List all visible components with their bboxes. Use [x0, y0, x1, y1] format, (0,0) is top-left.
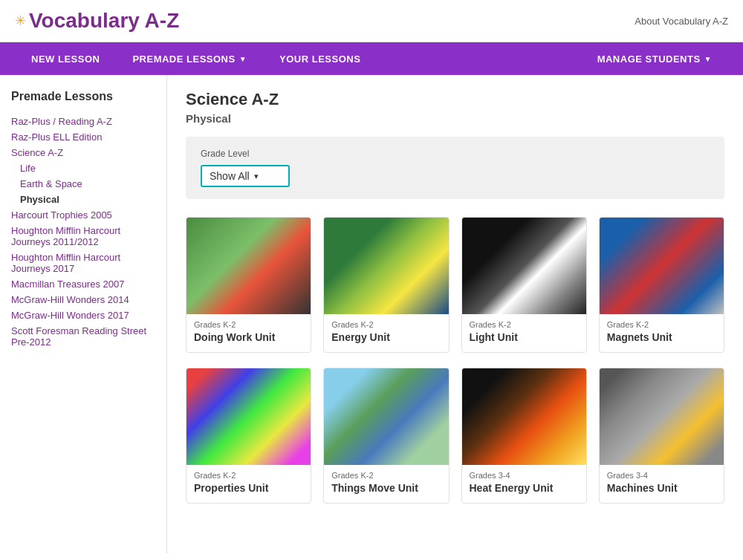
nav-your-lessons[interactable]: YOUR LESSONS	[263, 42, 377, 75]
nav-premade-lessons[interactable]: PREMADE LESSONS ▼	[116, 42, 263, 75]
card-doing-work[interactable]: Grades K-2 Doing Work Unit	[186, 217, 311, 353]
nav-new-lesson[interactable]: NEW LESSON	[15, 42, 116, 75]
card-magnets-image	[600, 218, 724, 314]
cards-row-1: Grades K-2 Doing Work Unit Grades K-2 En…	[186, 217, 724, 353]
card-doing-work-grade: Grades K-2	[194, 320, 303, 329]
sidebar-item-life[interactable]: Life	[20, 160, 155, 176]
sidebar-item-physical[interactable]: Physical	[20, 192, 155, 207]
card-machines-grade: Grades 3-4	[607, 471, 716, 480]
card-things-move-title: Things Move Unit	[331, 482, 441, 494]
sidebar-item-harcourt-2005[interactable]: Harcourt Trophies 2005	[11, 207, 155, 223]
main-content: Science A-Z Physical Grade Level Show Al…	[167, 75, 743, 553]
card-heat-energy-title: Heat Energy Unit	[470, 482, 579, 494]
card-properties-grade: Grades K-2	[194, 471, 303, 480]
sidebar-item-science-az[interactable]: Science A-Z	[11, 145, 155, 160]
sidebar-item-mcgraw-2014[interactable]: McGraw-Hill Wonders 2014	[11, 292, 155, 307]
premade-lessons-arrow-icon: ▼	[239, 55, 247, 63]
main-layout: Premade Lessons Raz-Plus / Reading A-Z R…	[0, 75, 743, 553]
logo-sun-icon: ✳	[15, 13, 26, 29]
sidebar-item-macmillan[interactable]: Macmillan Treasures 2007	[11, 276, 155, 292]
sidebar-item-earth-space[interactable]: Earth & Space	[20, 176, 155, 192]
card-things-move[interactable]: Grades K-2 Things Move Unit	[323, 368, 449, 504]
nav-left: NEW LESSON PREMADE LESSONS ▼ YOUR LESSON…	[15, 42, 377, 75]
card-light[interactable]: Grades K-2 Light Unit	[461, 217, 587, 353]
nav-right: MANAGE STUDENTS ▼	[581, 42, 728, 75]
logo-text: Vocabulary A-Z	[29, 9, 179, 33]
sidebar-item-mcgraw-2017[interactable]: McGraw-Hill Wonders 2017	[11, 307, 155, 323]
logo: ✳ Vocabulary A-Z	[15, 9, 179, 33]
sidebar-science-sub: Life Earth & Space Physical	[11, 160, 155, 207]
sidebar: Premade Lessons Raz-Plus / Reading A-Z R…	[0, 75, 167, 553]
card-machines[interactable]: Grades 3-4 Machines Unit	[599, 368, 724, 504]
grade-select-arrow-icon: ▾	[254, 172, 259, 181]
card-doing-work-image	[186, 218, 311, 314]
about-link[interactable]: About Vocabulary A-Z	[635, 16, 728, 27]
grade-select[interactable]: Show All ▾	[201, 165, 290, 187]
card-magnets-grade: Grades K-2	[607, 320, 716, 329]
card-magnets[interactable]: Grades K-2 Magnets Unit	[599, 217, 724, 353]
card-energy-title: Energy Unit	[331, 331, 441, 343]
card-properties-title: Properties Unit	[194, 482, 303, 494]
sidebar-item-raz-plus[interactable]: Raz-Plus / Reading A-Z	[11, 114, 155, 129]
sidebar-title: Premade Lessons	[11, 90, 155, 103]
card-heat-energy[interactable]: Grades 3-4 Heat Energy Unit	[461, 368, 587, 504]
manage-students-arrow-icon: ▼	[704, 55, 712, 63]
grade-filter-label: Grade Level	[201, 149, 710, 159]
card-properties-image	[186, 368, 311, 465]
main-nav: NEW LESSON PREMADE LESSONS ▼ YOUR LESSON…	[0, 42, 743, 75]
page-title: Science A-Z	[186, 90, 724, 109]
card-magnets-title: Magnets Unit	[607, 331, 716, 343]
grade-select-value: Show All	[210, 170, 250, 182]
card-energy-image	[324, 218, 448, 314]
sidebar-item-scott[interactable]: Scott Foresman Reading Street Pre-2012	[11, 323, 155, 350]
grade-filter-box: Grade Level Show All ▾	[186, 137, 724, 199]
sidebar-item-raz-plus-ell[interactable]: Raz-Plus ELL Edition	[11, 129, 155, 145]
card-things-move-grade: Grades K-2	[331, 471, 441, 480]
page-subtitle: Physical	[186, 112, 724, 125]
card-machines-image	[600, 368, 724, 465]
sidebar-item-houghton-2011[interactable]: Houghton Mifflin Harcourt Journeys 2011/…	[11, 223, 155, 250]
card-properties[interactable]: Grades K-2 Properties Unit	[186, 368, 311, 504]
sidebar-item-houghton-2017[interactable]: Houghton Mifflin Harcourt Journeys 2017	[11, 250, 155, 276]
card-heat-energy-image	[462, 368, 586, 465]
card-energy-grade: Grades K-2	[331, 320, 441, 329]
card-machines-title: Machines Unit	[607, 482, 716, 494]
header: ✳ Vocabulary A-Z About Vocabulary A-Z	[0, 0, 743, 42]
card-light-image	[462, 218, 586, 314]
cards-row-2: Grades K-2 Properties Unit Grades K-2 Th…	[186, 368, 724, 504]
card-light-title: Light Unit	[470, 331, 579, 343]
card-things-move-image	[324, 368, 448, 465]
nav-manage-students[interactable]: MANAGE STUDENTS ▼	[581, 42, 728, 75]
card-doing-work-title: Doing Work Unit	[194, 331, 303, 343]
card-light-grade: Grades K-2	[470, 320, 579, 329]
card-energy[interactable]: Grades K-2 Energy Unit	[323, 217, 449, 353]
card-heat-energy-grade: Grades 3-4	[470, 471, 579, 480]
